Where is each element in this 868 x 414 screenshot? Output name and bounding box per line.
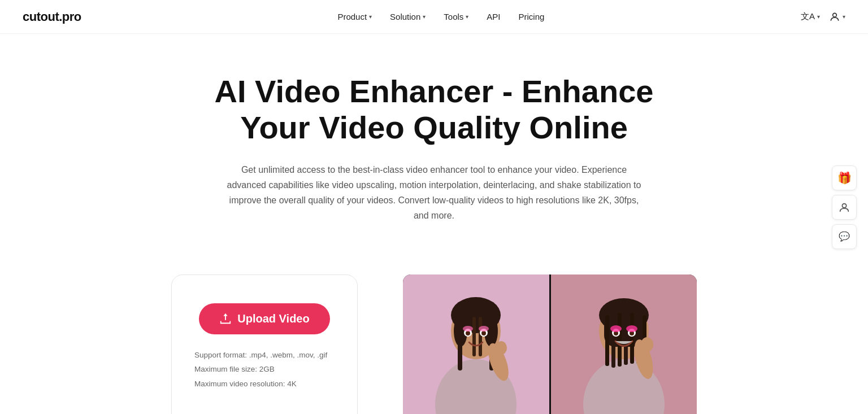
svg-point-15 — [463, 326, 473, 332]
gift-icon: 🎁 — [837, 171, 852, 185]
upload-info: Support format: .mp4, .webm, .mov, .gif … — [194, 348, 335, 391]
svg-rect-27 — [624, 313, 628, 365]
person-after-figure — [559, 274, 689, 414]
nav-api[interactable]: API — [487, 12, 500, 21]
hero-description: Get unlimited access to the best-in-clas… — [225, 162, 643, 224]
user-chevron-icon: ▾ — [843, 14, 845, 20]
resolution-info: Maximum video resolution: 4K — [194, 377, 335, 391]
svg-rect-9 — [472, 317, 476, 356]
nav-pricing[interactable]: Pricing — [519, 12, 545, 21]
svg-point-39 — [842, 203, 846, 207]
nav-links: Product ▾ Solution ▾ Tools ▾ API Pricing — [337, 12, 544, 21]
nav-solution[interactable]: Solution ▾ — [390, 12, 426, 21]
hero-section: AI Video Enhancer - Enhance Your Video Q… — [180, 34, 688, 274]
upload-button[interactable]: Upload Video — [199, 303, 329, 334]
svg-rect-10 — [479, 317, 482, 356]
svg-rect-24 — [605, 315, 609, 366]
svg-point-14 — [481, 331, 486, 335]
tools-chevron-icon: ▾ — [466, 14, 468, 20]
nav-tools[interactable]: Tools ▾ — [444, 12, 468, 21]
gift-button[interactable]: 🎁 — [832, 165, 857, 190]
svg-rect-26 — [618, 313, 622, 367]
alert-button[interactable]: 💬 — [832, 224, 857, 249]
product-chevron-icon: ▾ — [369, 14, 372, 20]
video-before — [403, 274, 549, 414]
user-icon — [829, 11, 840, 23]
svg-point-16 — [479, 326, 489, 332]
person-before-figure — [411, 274, 541, 414]
floating-sidebar: 🎁 💬 — [832, 165, 857, 249]
solution-chevron-icon: ▾ — [423, 14, 426, 20]
logo-text: cutout.pro — [23, 10, 81, 24]
content-area: Upload Video Support format: .mp4, .webm… — [0, 274, 868, 414]
alert-icon: 💬 — [839, 231, 850, 242]
nav-product[interactable]: Product ▾ — [337, 12, 372, 21]
language-chevron-icon: ▾ — [817, 14, 820, 20]
size-info: Maximum file size: 2GB — [194, 362, 335, 377]
svg-point-36 — [626, 325, 637, 332]
video-preview — [403, 274, 697, 414]
user-button[interactable]: ▾ — [829, 11, 845, 23]
upload-card: Upload Video Support format: .mp4, .webm… — [171, 274, 358, 414]
language-button[interactable]: 文A ▾ — [801, 11, 820, 22]
format-info: Support format: .mp4, .webm, .mov, .gif — [194, 348, 335, 363]
svg-rect-28 — [630, 313, 634, 364]
svg-point-12 — [466, 331, 470, 335]
upload-icon — [219, 312, 232, 325]
video-divider — [549, 274, 551, 414]
hero-title: AI Video Enhancer - Enhance Your Video Q… — [191, 73, 677, 146]
svg-point-35 — [610, 325, 622, 332]
video-after — [551, 274, 697, 414]
svg-point-18 — [496, 341, 507, 355]
avatar-icon — [838, 201, 850, 213]
svg-point-38 — [641, 337, 653, 352]
svg-point-0 — [833, 13, 837, 17]
svg-rect-7 — [458, 325, 462, 371]
upload-button-label: Upload Video — [237, 312, 309, 325]
language-icon: 文A — [801, 11, 815, 22]
nav-right: 文A ▾ ▾ — [801, 11, 845, 23]
logo[interactable]: cutout.pro — [23, 10, 81, 24]
navbar: cutout.pro Product ▾ Solution ▾ Tools ▾ … — [0, 0, 868, 34]
avatar-button[interactable] — [832, 195, 857, 220]
